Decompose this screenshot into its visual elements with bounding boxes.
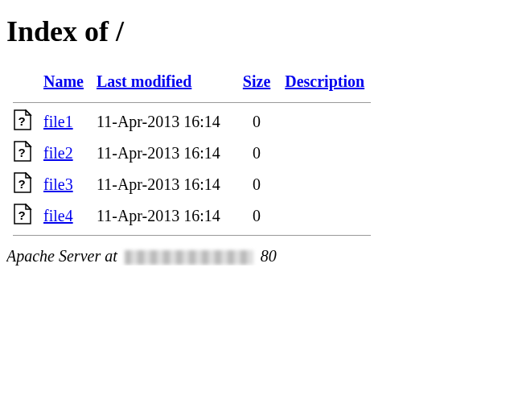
file-name-cell: file1 xyxy=(37,106,90,138)
table-row: ? file4 11-Apr-2013 16:14 0 xyxy=(13,200,371,232)
svg-marker-1 xyxy=(26,110,31,115)
footer-prefix: Apache Server at xyxy=(6,247,117,265)
file-name-cell: file4 xyxy=(37,200,90,232)
header-divider xyxy=(13,102,371,103)
svg-text:?: ? xyxy=(18,208,25,222)
file-modified-cell: 11-Apr-2013 16:14 xyxy=(90,169,227,200)
table-row: ? file2 11-Apr-2013 16:14 0 xyxy=(13,138,371,169)
file-modified-cell: 11-Apr-2013 16:14 xyxy=(90,200,227,232)
unknown-file-icon: ? xyxy=(13,204,32,229)
page-title: Index of / xyxy=(6,14,512,48)
file-description-cell xyxy=(278,200,371,232)
file-description-cell xyxy=(278,138,371,169)
svg-text:?: ? xyxy=(18,177,25,191)
file-modified-cell: 11-Apr-2013 16:14 xyxy=(90,138,227,169)
footer-hostname-redacted xyxy=(125,250,253,265)
sort-description-link[interactable]: Description xyxy=(285,72,364,90)
svg-marker-10 xyxy=(26,204,31,209)
file-modified-cell: 11-Apr-2013 16:14 xyxy=(90,106,227,138)
footer-divider xyxy=(13,235,371,236)
file-icon-cell: ? xyxy=(13,106,37,138)
svg-text:?: ? xyxy=(18,114,25,128)
footer-suffix: 80 xyxy=(261,247,277,265)
sort-modified-link[interactable]: Last modified xyxy=(97,72,191,90)
unknown-file-icon: ? xyxy=(13,109,32,134)
sort-name-link[interactable]: Name xyxy=(43,72,84,90)
file-description-cell xyxy=(278,169,371,200)
file-icon-cell: ? xyxy=(13,169,37,200)
server-footer: Apache Server at 80 xyxy=(6,247,512,266)
svg-text:?: ? xyxy=(18,146,25,159)
file-icon-cell: ? xyxy=(13,200,37,232)
svg-marker-4 xyxy=(26,142,31,146)
table-row: ? file1 11-Apr-2013 16:14 0 xyxy=(13,106,371,138)
file-link[interactable]: file3 xyxy=(43,175,73,193)
svg-marker-7 xyxy=(26,173,31,178)
directory-listing-table: Name Last modified Size Description ? fi… xyxy=(13,64,371,239)
file-icon-cell: ? xyxy=(13,138,37,169)
file-size-cell: 0 xyxy=(227,106,278,138)
header-icon-spacer xyxy=(13,64,37,99)
file-size-cell: 0 xyxy=(227,169,278,200)
file-link[interactable]: file1 xyxy=(43,113,73,130)
table-row: ? file3 11-Apr-2013 16:14 0 xyxy=(13,169,371,200)
header-description: Description xyxy=(278,64,371,99)
unknown-file-icon: ? xyxy=(13,141,32,166)
sort-size-link[interactable]: Size xyxy=(243,72,270,90)
file-name-cell: file3 xyxy=(37,169,90,200)
unknown-file-icon: ? xyxy=(13,172,32,197)
file-description-cell xyxy=(278,106,371,138)
file-link[interactable]: file4 xyxy=(43,207,73,224)
header-size: Size xyxy=(227,64,278,99)
file-size-cell: 0 xyxy=(227,138,278,169)
header-name: Name xyxy=(37,64,90,99)
header-modified: Last modified xyxy=(90,64,227,99)
file-link[interactable]: file2 xyxy=(43,144,73,162)
file-name-cell: file2 xyxy=(37,138,90,169)
file-size-cell: 0 xyxy=(227,200,278,232)
